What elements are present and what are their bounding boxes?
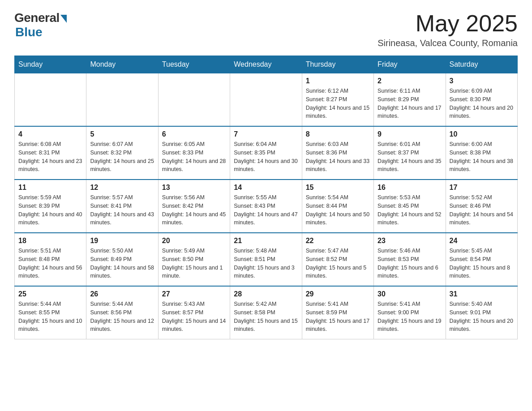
col-sunday: Sunday — [15, 56, 86, 73]
day-number: 9 — [378, 130, 442, 138]
day-info: Sunrise: 6:09 AMSunset: 8:30 PMDaylight:… — [450, 87, 514, 120]
day-number: 20 — [162, 237, 226, 245]
day-number: 17 — [450, 184, 514, 192]
day-info: Sunrise: 5:41 AMSunset: 8:59 PMDaylight:… — [306, 300, 370, 334]
location-title: Sirineasa, Valcea County, Romania — [378, 38, 518, 48]
day-info: Sunrise: 5:47 AMSunset: 8:52 PMDaylight:… — [306, 247, 370, 280]
col-monday: Monday — [86, 56, 158, 73]
day-info: Sunrise: 5:40 AMSunset: 9:01 PMDaylight:… — [450, 300, 514, 334]
calendar-row-1: 1Sunrise: 6:12 AMSunset: 8:27 PMDaylight… — [15, 73, 518, 127]
calendar-cell: 17Sunrise: 5:52 AMSunset: 8:46 PMDayligh… — [446, 180, 517, 233]
day-number: 25 — [18, 290, 82, 298]
col-thursday: Thursday — [302, 56, 373, 73]
day-number: 13 — [162, 184, 226, 192]
calendar-cell: 25Sunrise: 5:44 AMSunset: 8:55 PMDayligh… — [15, 286, 86, 339]
day-number: 28 — [234, 290, 298, 298]
day-number: 19 — [90, 237, 154, 245]
day-number: 3 — [450, 77, 514, 85]
col-wednesday: Wednesday — [230, 56, 302, 73]
calendar-cell: 11Sunrise: 5:59 AMSunset: 8:39 PMDayligh… — [15, 180, 86, 233]
logo-arrow-icon — [60, 15, 67, 23]
calendar-cell: 13Sunrise: 5:56 AMSunset: 8:42 PMDayligh… — [158, 180, 230, 233]
day-number: 4 — [18, 130, 82, 138]
calendar-cell: 21Sunrise: 5:48 AMSunset: 8:51 PMDayligh… — [230, 233, 302, 286]
col-saturday: Saturday — [446, 56, 517, 73]
day-info: Sunrise: 5:51 AMSunset: 8:48 PMDaylight:… — [18, 247, 82, 280]
calendar-cell: 31Sunrise: 5:40 AMSunset: 9:01 PMDayligh… — [446, 286, 517, 339]
day-info: Sunrise: 6:03 AMSunset: 8:36 PMDaylight:… — [306, 140, 370, 174]
day-info: Sunrise: 5:56 AMSunset: 8:42 PMDaylight:… — [162, 193, 226, 227]
day-number: 23 — [378, 237, 442, 245]
calendar-row-5: 25Sunrise: 5:44 AMSunset: 8:55 PMDayligh… — [15, 286, 518, 339]
day-info: Sunrise: 5:45 AMSunset: 8:54 PMDaylight:… — [450, 247, 514, 280]
day-number: 10 — [450, 130, 514, 138]
calendar-cell: 15Sunrise: 5:54 AMSunset: 8:44 PMDayligh… — [302, 180, 373, 233]
calendar-cell: 29Sunrise: 5:41 AMSunset: 8:59 PMDayligh… — [302, 286, 373, 339]
day-info: Sunrise: 6:01 AMSunset: 8:37 PMDaylight:… — [378, 140, 442, 174]
day-info: Sunrise: 6:05 AMSunset: 8:33 PMDaylight:… — [162, 140, 226, 174]
day-info: Sunrise: 5:44 AMSunset: 8:56 PMDaylight:… — [90, 300, 154, 334]
calendar-cell: 23Sunrise: 5:46 AMSunset: 8:53 PMDayligh… — [374, 233, 446, 286]
month-year-title: May 2025 — [378, 11, 518, 36]
day-info: Sunrise: 6:00 AMSunset: 8:38 PMDaylight:… — [450, 140, 514, 174]
day-number: 7 — [234, 130, 298, 138]
calendar-cell: 1Sunrise: 6:12 AMSunset: 8:27 PMDaylight… — [302, 73, 373, 127]
day-number: 24 — [450, 237, 514, 245]
day-info: Sunrise: 6:11 AMSunset: 8:29 PMDaylight:… — [378, 87, 442, 120]
logo: General Blue — [14, 11, 67, 39]
calendar-cell: 18Sunrise: 5:51 AMSunset: 8:48 PMDayligh… — [15, 233, 86, 286]
day-info: Sunrise: 6:04 AMSunset: 8:35 PMDaylight:… — [234, 140, 298, 174]
calendar-cell: 4Sunrise: 6:08 AMSunset: 8:31 PMDaylight… — [15, 126, 86, 180]
calendar-cell: 2Sunrise: 6:11 AMSunset: 8:29 PMDaylight… — [374, 73, 446, 127]
day-info: Sunrise: 5:43 AMSunset: 8:57 PMDaylight:… — [162, 300, 226, 334]
calendar-cell: 10Sunrise: 6:00 AMSunset: 8:38 PMDayligh… — [446, 126, 517, 180]
calendar-cell: 3Sunrise: 6:09 AMSunset: 8:30 PMDaylight… — [446, 73, 517, 127]
calendar-cell — [230, 73, 302, 127]
day-number: 1 — [306, 77, 370, 85]
day-number: 14 — [234, 184, 298, 192]
calendar-cell: 22Sunrise: 5:47 AMSunset: 8:52 PMDayligh… — [302, 233, 373, 286]
day-number: 5 — [90, 130, 154, 138]
day-info: Sunrise: 6:12 AMSunset: 8:27 PMDaylight:… — [306, 87, 370, 120]
day-number: 8 — [306, 130, 370, 138]
day-info: Sunrise: 5:52 AMSunset: 8:46 PMDaylight:… — [450, 193, 514, 227]
day-number: 22 — [306, 237, 370, 245]
day-number: 29 — [306, 290, 370, 298]
day-info: Sunrise: 5:50 AMSunset: 8:49 PMDaylight:… — [90, 247, 154, 280]
day-info: Sunrise: 5:55 AMSunset: 8:43 PMDaylight:… — [234, 193, 298, 227]
day-info: Sunrise: 5:42 AMSunset: 8:58 PMDaylight:… — [234, 300, 298, 334]
title-block: May 2025 Sirineasa, Valcea County, Roman… — [378, 11, 518, 48]
day-info: Sunrise: 5:49 AMSunset: 8:50 PMDaylight:… — [162, 247, 226, 280]
day-number: 31 — [450, 290, 514, 298]
calendar-cell — [158, 73, 230, 127]
day-info: Sunrise: 5:53 AMSunset: 8:45 PMDaylight:… — [378, 193, 442, 227]
calendar-cell: 19Sunrise: 5:50 AMSunset: 8:49 PMDayligh… — [86, 233, 158, 286]
calendar-cell: 26Sunrise: 5:44 AMSunset: 8:56 PMDayligh… — [86, 286, 158, 339]
calendar-cell — [15, 73, 86, 127]
day-info: Sunrise: 5:48 AMSunset: 8:51 PMDaylight:… — [234, 247, 298, 280]
calendar-cell: 30Sunrise: 5:41 AMSunset: 9:00 PMDayligh… — [374, 286, 446, 339]
day-number: 15 — [306, 184, 370, 192]
calendar-cell: 20Sunrise: 5:49 AMSunset: 8:50 PMDayligh… — [158, 233, 230, 286]
day-info: Sunrise: 5:54 AMSunset: 8:44 PMDaylight:… — [306, 193, 370, 227]
day-info: Sunrise: 5:59 AMSunset: 8:39 PMDaylight:… — [18, 193, 82, 227]
logo-general-text: General — [14, 11, 60, 25]
calendar-row-2: 4Sunrise: 6:08 AMSunset: 8:31 PMDaylight… — [15, 126, 518, 180]
calendar-cell: 24Sunrise: 5:45 AMSunset: 8:54 PMDayligh… — [446, 233, 517, 286]
col-tuesday: Tuesday — [158, 56, 230, 73]
calendar-cell: 12Sunrise: 5:57 AMSunset: 8:41 PMDayligh… — [86, 180, 158, 233]
calendar-table: Sunday Monday Tuesday Wednesday Thursday… — [14, 56, 518, 339]
logo-blue-text: Blue — [15, 25, 43, 39]
calendar-cell: 16Sunrise: 5:53 AMSunset: 8:45 PMDayligh… — [374, 180, 446, 233]
day-info: Sunrise: 5:41 AMSunset: 9:00 PMDaylight:… — [378, 300, 442, 334]
day-number: 18 — [18, 237, 82, 245]
calendar-cell: 27Sunrise: 5:43 AMSunset: 8:57 PMDayligh… — [158, 286, 230, 339]
day-info: Sunrise: 5:44 AMSunset: 8:55 PMDaylight:… — [18, 300, 82, 334]
calendar-cell: 7Sunrise: 6:04 AMSunset: 8:35 PMDaylight… — [230, 126, 302, 180]
calendar-header-row: Sunday Monday Tuesday Wednesday Thursday… — [15, 56, 518, 73]
day-number: 26 — [90, 290, 154, 298]
calendar-cell: 8Sunrise: 6:03 AMSunset: 8:36 PMDaylight… — [302, 126, 373, 180]
calendar-cell: 6Sunrise: 6:05 AMSunset: 8:33 PMDaylight… — [158, 126, 230, 180]
day-number: 30 — [378, 290, 442, 298]
page-header: General Blue May 2025 Sirineasa, Valcea … — [14, 11, 518, 48]
